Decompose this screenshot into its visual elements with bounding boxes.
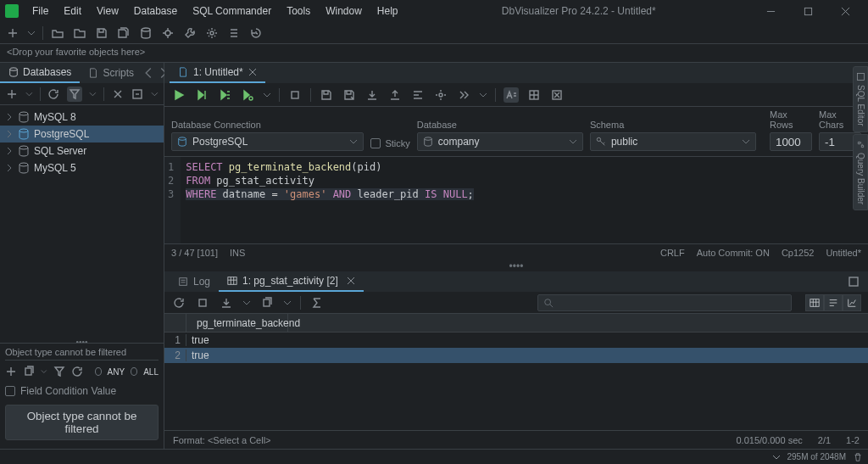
tree-item[interactable]: PostgreSQL <box>0 126 164 143</box>
export-icon[interactable] <box>364 87 380 103</box>
run-explain-icon[interactable] <box>240 87 255 103</box>
format-icon[interactable] <box>410 87 426 103</box>
table-row[interactable]: 1 true <box>164 333 868 348</box>
close-icon[interactable] <box>111 87 125 102</box>
results-grid[interactable]: pg_terminate_backend 1 true 2 true <box>164 314 868 430</box>
new-tab-icon[interactable] <box>5 25 20 41</box>
menu-edit[interactable]: Edit <box>57 2 88 20</box>
run-current-icon[interactable] <box>194 87 209 103</box>
refresh-icon[interactable] <box>71 364 83 379</box>
menu-help[interactable]: Help <box>370 2 405 20</box>
sql-editor[interactable]: 123 SELECT pg_terminate_backend(pid) FRO… <box>164 156 868 244</box>
save-all-icon[interactable] <box>116 25 131 41</box>
chevron-down-icon[interactable] <box>283 299 292 307</box>
tree-item[interactable]: SQL Server <box>0 143 164 159</box>
copy-icon[interactable] <box>259 295 275 310</box>
editor-code[interactable]: SELECT pg_terminate_backend(pid) FROM pg… <box>181 157 868 243</box>
window-minimize-button[interactable] <box>753 0 788 22</box>
radio-any[interactable] <box>95 367 102 376</box>
sidebar-tab-scripts[interactable]: Scripts <box>80 63 142 83</box>
menu-view[interactable]: View <box>90 2 125 20</box>
tree-item[interactable]: MySQL 5 <box>0 159 164 176</box>
chevron-down-icon[interactable] <box>25 90 33 98</box>
export-icon[interactable] <box>219 295 234 310</box>
database-select[interactable]: company <box>417 132 583 151</box>
copy-icon[interactable] <box>23 364 35 379</box>
menu-sql-commander[interactable]: SQL Commander <box>186 2 278 20</box>
trash-icon[interactable] <box>853 452 863 462</box>
filter-icon[interactable] <box>67 87 82 102</box>
sidebar-tab-databases[interactable]: Databases <box>0 63 80 83</box>
right-rail-sql-editor[interactable]: SQL Editor <box>853 66 868 132</box>
favorites-bar[interactable]: <Drop your favorite objects here> <box>0 44 868 63</box>
list-icon[interactable] <box>226 25 242 41</box>
cell[interactable]: true <box>186 334 288 346</box>
results-tab-log[interactable]: Log <box>170 271 219 292</box>
close-icon[interactable] <box>248 68 257 76</box>
autocomplete-icon[interactable] <box>504 87 519 103</box>
commit-icon[interactable] <box>160 25 175 41</box>
table-row[interactable]: 2 true <box>164 348 868 363</box>
settings-icon[interactable] <box>204 25 220 41</box>
run-icon[interactable] <box>171 87 186 103</box>
chevron-down-icon[interactable] <box>242 299 251 307</box>
column-header[interactable]: pg_terminate_backend <box>186 314 288 332</box>
chevron-down-icon[interactable] <box>89 90 97 98</box>
nav-prev-icon[interactable] <box>142 67 154 79</box>
save-icon[interactable] <box>94 25 109 41</box>
menu-tools[interactable]: Tools <box>280 2 317 20</box>
results-search[interactable] <box>537 294 792 311</box>
schema-select[interactable]: public <box>590 132 756 151</box>
radio-all[interactable] <box>131 367 137 376</box>
stop-icon[interactable] <box>195 295 210 310</box>
variables-icon[interactable] <box>456 87 471 103</box>
add-icon[interactable] <box>5 364 17 379</box>
results-tab-active[interactable]: 1: pg_stat_activity [2] <box>219 271 364 292</box>
grid-icon[interactable] <box>526 87 542 103</box>
close-icon[interactable] <box>347 277 355 285</box>
refresh-icon[interactable] <box>171 295 186 310</box>
grid-view-button[interactable] <box>805 294 824 311</box>
chevron-down-icon[interactable] <box>27 29 36 37</box>
collapse-icon[interactable] <box>131 87 145 102</box>
splitter-grip[interactable]: •••• <box>164 261 868 271</box>
clear-icon[interactable] <box>549 87 565 103</box>
folder-open-icon[interactable] <box>50 25 65 41</box>
cell[interactable]: true <box>186 349 288 361</box>
filter-checkbox[interactable] <box>5 386 15 396</box>
save-as-icon[interactable] <box>342 87 357 103</box>
chart-view-button[interactable] <box>843 294 861 311</box>
connection-select[interactable]: PostgreSQL <box>171 132 364 151</box>
chevron-down-icon[interactable] <box>479 91 487 99</box>
import-icon[interactable] <box>387 87 403 103</box>
sticky-checkbox[interactable] <box>370 138 381 148</box>
add-icon[interactable] <box>5 87 19 102</box>
menu-window[interactable]: Window <box>319 2 369 20</box>
chevron-down-icon[interactable] <box>772 453 781 461</box>
run-script-icon[interactable] <box>217 87 232 103</box>
maximize-icon[interactable] <box>846 274 861 289</box>
window-maximize-button[interactable] <box>790 0 826 22</box>
text-view-button[interactable] <box>824 294 843 311</box>
tools-icon[interactable] <box>182 25 198 41</box>
window-close-button[interactable] <box>827 0 863 22</box>
max-rows-input[interactable] <box>770 132 812 151</box>
chevron-down-icon[interactable] <box>263 91 271 99</box>
filter-icon[interactable] <box>53 364 65 379</box>
refresh-icon[interactable] <box>47 87 60 102</box>
settings-icon[interactable] <box>433 87 448 103</box>
tree-item[interactable]: MySQL 8 <box>0 109 164 126</box>
chevron-down-icon[interactable] <box>151 90 159 98</box>
editor-tab[interactable]: 1: Untitled* <box>170 63 265 83</box>
save-icon[interactable] <box>319 87 334 103</box>
chevron-down-icon[interactable] <box>41 367 47 376</box>
stop-icon[interactable] <box>287 87 303 103</box>
menu-database[interactable]: Database <box>127 2 184 20</box>
right-rail-query-builder[interactable]: Query Builder <box>853 134 868 210</box>
database-icon[interactable] <box>138 25 153 41</box>
filter-type-button[interactable]: Object type cannot be filtered <box>5 405 159 440</box>
folder-icon[interactable] <box>72 25 87 41</box>
menu-file[interactable]: File <box>25 2 55 20</box>
history-icon[interactable] <box>248 25 264 41</box>
sum-icon[interactable] <box>309 295 325 310</box>
